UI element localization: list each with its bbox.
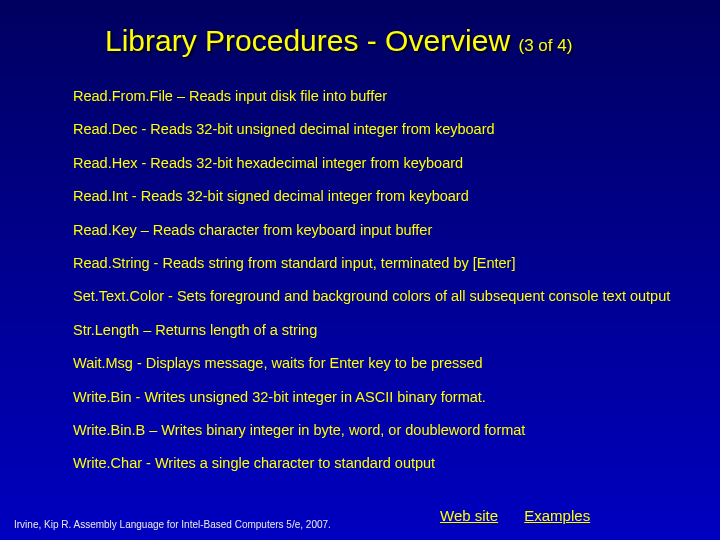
title-main: Library Procedures - Overview: [105, 24, 510, 57]
footer-citation: Irvine, Kip R. Assembly Language for Int…: [14, 519, 331, 530]
list-item: Read.String - Reads string from standard…: [73, 255, 680, 272]
list-item: Write.Bin.B – Writes binary integer in b…: [73, 422, 680, 439]
list-item: Read.From.File – Reads input disk file i…: [73, 88, 680, 105]
website-link[interactable]: Web site: [440, 507, 498, 524]
list-item: Write.Char - Writes a single character t…: [73, 455, 680, 472]
list-item: Read.Hex - Reads 32-bit hexadecimal inte…: [73, 155, 680, 172]
footer-links: Web site Examples: [440, 507, 612, 524]
list-item: Write.Bin - Writes unsigned 32-bit integ…: [73, 389, 680, 406]
list-item: Read.Key – Reads character from keyboard…: [73, 222, 680, 239]
body-items: Read.From.File – Reads input disk file i…: [73, 88, 680, 489]
list-item: Set.Text.Color - Sets foreground and bac…: [73, 288, 680, 305]
list-item: Str.Length – Returns length of a string: [73, 322, 680, 339]
title-sub: (3 of 4): [518, 36, 572, 55]
list-item: Wait.Msg - Displays message, waits for E…: [73, 355, 680, 372]
examples-link[interactable]: Examples: [524, 507, 590, 524]
slide-title: Library Procedures - Overview (3 of 4): [105, 24, 572, 58]
slide: Library Procedures - Overview (3 of 4) R…: [0, 0, 720, 540]
list-item: Read.Int - Reads 32-bit signed decimal i…: [73, 188, 680, 205]
list-item: Read.Dec - Reads 32-bit unsigned decimal…: [73, 121, 680, 138]
